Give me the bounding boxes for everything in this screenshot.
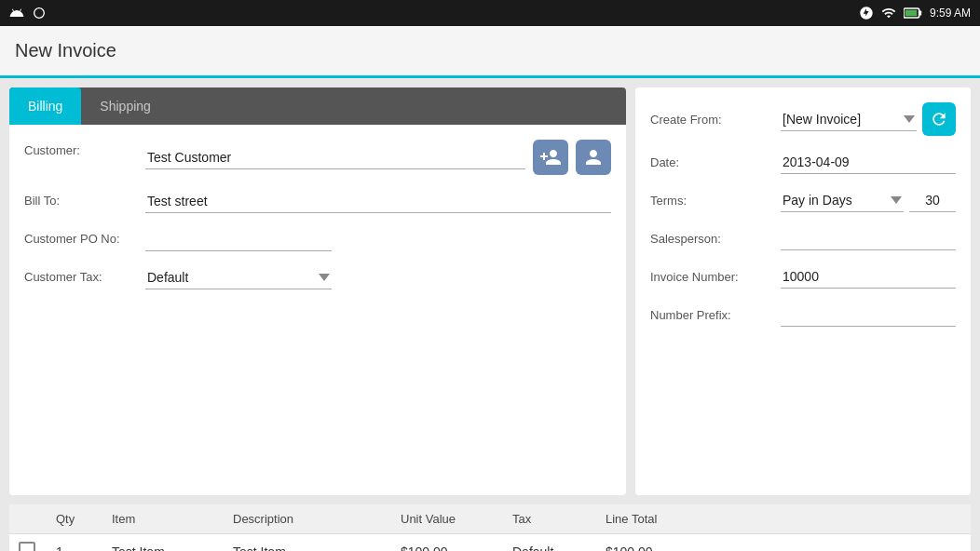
- salesperson-label: Salesperson:: [650, 232, 781, 246]
- customer-value-area: [145, 140, 611, 175]
- th-desc: Description: [224, 512, 391, 526]
- salesperson-value-area: [781, 227, 956, 250]
- page-title: New Invoice: [15, 40, 116, 61]
- customer-label: Customer:: [24, 140, 145, 157]
- th-qty: Qty: [47, 512, 102, 526]
- wifi-icon: [881, 6, 896, 20]
- customer-po-input[interactable]: [145, 228, 332, 251]
- status-bar-right: 9:59 AM: [859, 6, 971, 20]
- row-tax: Default: [503, 544, 596, 552]
- th-item: Item: [102, 512, 224, 526]
- tab-billing[interactable]: Billing: [9, 87, 81, 125]
- number-prefix-row: Number Prefix:: [650, 303, 956, 327]
- number-prefix-value-area: [781, 303, 956, 327]
- tabs: Billing Shipping: [9, 87, 626, 125]
- salesperson-row: Salesperson:: [650, 227, 956, 250]
- th-unit-value: Unit Value: [391, 512, 503, 526]
- battery-icon: [904, 7, 922, 20]
- terms-value: Pay in Days: [783, 193, 887, 208]
- customer-profile-button[interactable]: [576, 140, 611, 175]
- invoice-number-row: Invoice Number:: [650, 265, 956, 289]
- salesperson-input[interactable]: [781, 227, 956, 250]
- table-area: Qty Item Description Unit Value Tax Line…: [9, 504, 971, 551]
- row-checkbox[interactable]: [9, 542, 47, 551]
- create-from-arrow: [904, 115, 915, 123]
- main-content: Billing Shipping Customer:: [0, 78, 980, 504]
- status-bar-left: [9, 6, 47, 20]
- invoice-number-input[interactable]: [781, 265, 956, 289]
- bill-to-value-area: [145, 190, 611, 213]
- row-qty: 1: [47, 544, 102, 552]
- create-from-dropdown[interactable]: [New Invoice]: [781, 108, 917, 131]
- terms-value-area: Pay in Days: [781, 189, 956, 212]
- th-check: [9, 512, 47, 526]
- customer-row: Customer:: [24, 140, 611, 175]
- th-line-total: Line Total: [596, 512, 717, 526]
- number-prefix-label: Number Prefix:: [650, 308, 781, 322]
- terms-dropdown[interactable]: Pay in Days: [781, 189, 904, 212]
- bill-to-label: Bill To:: [24, 190, 145, 208]
- svg-rect-3: [905, 10, 918, 17]
- terms-label: Terms:: [650, 194, 781, 208]
- title-bar: New Invoice: [0, 26, 980, 78]
- add-customer-button[interactable]: [533, 140, 568, 175]
- date-label: Date:: [650, 155, 781, 169]
- refresh-button[interactable]: [922, 102, 956, 136]
- customer-po-row: Customer PO No:: [24, 228, 611, 251]
- create-from-row: Create From: [New Invoice]: [650, 102, 956, 136]
- android-icon-2: [32, 6, 47, 20]
- terms-arrow: [891, 196, 902, 204]
- right-panel: Create From: [New Invoice] Date:: [635, 87, 971, 495]
- svg-rect-2: [919, 11, 922, 16]
- customer-tax-label: Customer Tax:: [24, 266, 145, 284]
- create-from-label: Create From:: [650, 113, 781, 127]
- person-icon: [582, 146, 605, 168]
- date-input[interactable]: [781, 151, 956, 174]
- date-value-area: [781, 151, 956, 174]
- table-header: Qty Item Description Unit Value Tax Line…: [9, 504, 971, 534]
- refresh-icon: [930, 110, 948, 128]
- row-unit-value: $100.00: [391, 544, 503, 552]
- terms-days-input[interactable]: [909, 189, 956, 212]
- create-from-value-area: [New Invoice]: [781, 102, 956, 136]
- billing-form: Customer: Bill: [9, 125, 626, 319]
- bill-to-row: Bill To:: [24, 190, 611, 213]
- number-prefix-input[interactable]: [781, 303, 956, 327]
- bill-to-input[interactable]: [145, 190, 611, 213]
- signal-icon: [859, 6, 874, 20]
- customer-po-label: Customer PO No:: [24, 228, 145, 246]
- customer-po-value-area: [145, 228, 611, 251]
- customer-tax-arrow: [319, 274, 330, 281]
- invoice-number-value-area: [781, 265, 956, 289]
- row-item: Test Item: [102, 544, 224, 552]
- customer-tax-dropdown[interactable]: Default: [145, 266, 332, 289]
- left-panel: Billing Shipping Customer:: [9, 87, 626, 495]
- customer-input[interactable]: [145, 146, 525, 169]
- customer-tax-value-area: Default: [145, 266, 611, 289]
- person-add-icon: [539, 146, 562, 168]
- row-description: Test Item: [224, 544, 391, 552]
- create-from-value: [New Invoice]: [783, 112, 900, 127]
- time-display: 9:59 AM: [930, 7, 971, 20]
- th-tax: Tax: [503, 512, 596, 526]
- invoice-number-label: Invoice Number:: [650, 270, 781, 284]
- customer-tax-row: Customer Tax: Default: [24, 266, 611, 289]
- customer-tax-value: Default: [147, 270, 315, 285]
- row-line-total: $100.00: [596, 544, 717, 552]
- android-icon: [9, 6, 24, 20]
- tab-shipping[interactable]: Shipping: [81, 87, 170, 125]
- status-bar: 9:59 AM: [0, 0, 980, 26]
- terms-row: Terms: Pay in Days: [650, 189, 956, 212]
- date-row: Date:: [650, 151, 956, 174]
- checkbox[interactable]: [19, 542, 35, 551]
- table-row[interactable]: 1 Test Item Test Item $100.00 Default $1…: [9, 534, 971, 551]
- svg-point-0: [34, 8, 45, 19]
